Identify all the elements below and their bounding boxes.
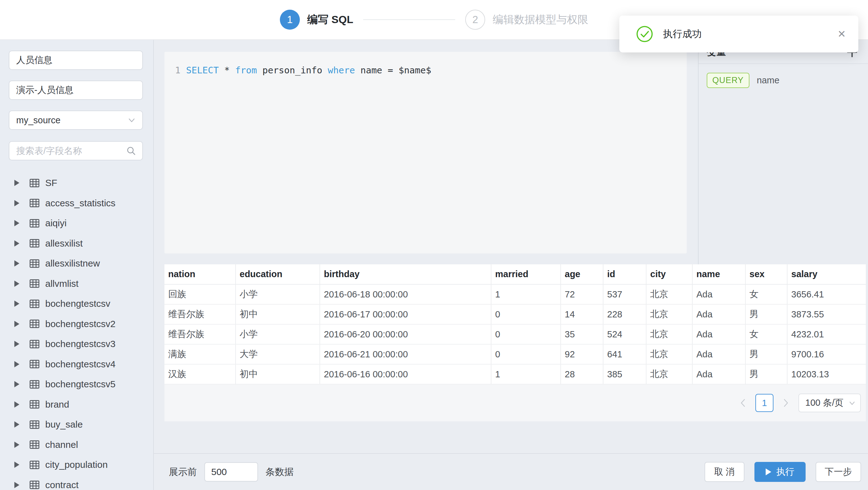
- datasource-select[interactable]: my_source: [9, 111, 143, 130]
- page-size-select[interactable]: 100 条/页: [799, 394, 861, 412]
- tree-item-table[interactable]: access_statistics: [0, 193, 153, 213]
- caret-right-icon[interactable]: [14, 462, 19, 468]
- tree-item-label: bochengtestcsv4: [45, 359, 116, 370]
- chevron-down-icon: [127, 116, 136, 125]
- table-cell: 维吾尔族: [164, 304, 236, 324]
- caret-right-icon[interactable]: [14, 421, 19, 428]
- table-cell: 2016-06-16 00:00:00: [320, 364, 491, 384]
- run-button-label: 执行: [776, 466, 794, 478]
- table-icon: [29, 399, 40, 410]
- dataset-name-input[interactable]: [16, 55, 136, 65]
- sidebar: my_source SF access_statistics: [0, 40, 154, 490]
- tree-item-table[interactable]: allesxilist: [0, 234, 153, 254]
- tree-item-table[interactable]: allesxilistnew: [0, 253, 153, 274]
- datasource-select-value: my_source: [16, 115, 61, 125]
- table-search-input[interactable]: [16, 146, 123, 156]
- row-limit-input[interactable]: [211, 467, 251, 477]
- row-limit-prefix-label: 展示前: [169, 466, 197, 479]
- table-icon: [29, 439, 40, 450]
- column-header: married: [491, 264, 561, 284]
- toast-message: 执行成功: [663, 27, 837, 40]
- caret-right-icon[interactable]: [14, 281, 19, 287]
- step-2-edit-model[interactable]: 2 编辑数据模型与权限: [465, 10, 588, 30]
- tree-item-table[interactable]: bochengtestcsv3: [0, 334, 153, 354]
- current-page-button[interactable]: 1: [755, 394, 773, 412]
- table-cell: 男: [745, 344, 787, 364]
- prev-page-button[interactable]: [737, 394, 749, 412]
- table-cell: Ada: [692, 284, 745, 304]
- sql-dataset-wizard: 1 编写 SQL 2 编辑数据模型与权限 my_source: [0, 0, 868, 490]
- tree-item-table[interactable]: bochengtestcsv2: [0, 314, 153, 334]
- results-card: nationeducationbirthdaymarriedageidcityn…: [164, 264, 866, 421]
- step-1-write-sql[interactable]: 1 编写 SQL: [280, 10, 353, 30]
- table-cell: 35: [561, 324, 603, 344]
- table-cell: 14: [561, 304, 603, 324]
- results-table: nationeducationbirthdaymarriedageidcityn…: [164, 264, 866, 385]
- tree-item-table[interactable]: aiqiyi: [0, 213, 153, 234]
- dataset-display-name-input[interactable]: [16, 85, 136, 95]
- sql-token: name = $name$: [355, 65, 431, 75]
- table-cell: 汉族: [164, 364, 236, 384]
- step-2-label: 编辑数据模型与权限: [493, 12, 588, 27]
- tree-item-table[interactable]: city_population: [0, 455, 153, 475]
- caret-right-icon[interactable]: [14, 401, 19, 408]
- table-icon: [29, 479, 40, 490]
- spacer: [154, 421, 868, 453]
- tree-item-label: contract: [45, 480, 79, 490]
- next-step-button[interactable]: 下一步: [815, 462, 861, 482]
- caret-right-icon[interactable]: [14, 341, 19, 347]
- table-cell: 初中: [236, 304, 320, 324]
- results-header-row: nationeducationbirthdaymarriedageidcityn…: [164, 264, 866, 284]
- table-cell: 92: [561, 344, 603, 364]
- tree-item-table[interactable]: SF: [0, 173, 153, 193]
- tree-item-table[interactable]: brand: [0, 395, 153, 415]
- tree-item-table[interactable]: buy_sale: [0, 415, 153, 435]
- step-1-label: 编写 SQL: [307, 12, 353, 27]
- tree-item-table[interactable]: bochengtestcsv5: [0, 374, 153, 395]
- variable-name: name: [757, 75, 780, 86]
- caret-right-icon[interactable]: [14, 482, 19, 488]
- caret-right-icon[interactable]: [14, 441, 19, 448]
- results-body: 回族小学2016-06-18 00:00:00172537北京Ada女3656.…: [164, 284, 866, 384]
- tree-item-table[interactable]: bochengtestcsv: [0, 294, 153, 314]
- sql-editor[interactable]: 1 SELECT * from person_info where name =…: [164, 52, 687, 253]
- table-cell: 满族: [164, 344, 236, 364]
- variable-item[interactable]: QUERY name: [707, 73, 860, 88]
- toast-close-icon[interactable]: ✕: [837, 28, 846, 40]
- table-cell: 3656.41: [787, 284, 866, 304]
- dataset-display-name-field[interactable]: [9, 81, 143, 100]
- table-cell: 2016-06-21 00:00:00: [320, 344, 491, 364]
- table-search-field[interactable]: [9, 141, 143, 160]
- caret-right-icon[interactable]: [14, 301, 19, 307]
- tree-item-table[interactable]: allvmlist: [0, 274, 153, 294]
- table-cell: 小学: [236, 284, 320, 304]
- table-icon: [29, 378, 40, 390]
- bottom-bar: 展示前 条数据 取 消 执行 下一步: [154, 453, 868, 490]
- row-limit-field[interactable]: [204, 462, 258, 482]
- tree-item-label: allesxilistnew: [45, 258, 100, 269]
- tree-item-label: bochengtestcsv5: [45, 379, 116, 390]
- caret-right-icon[interactable]: [14, 361, 19, 367]
- caret-right-icon[interactable]: [14, 321, 19, 327]
- table-cell: 女: [745, 324, 787, 344]
- table-tree: SF access_statistics aiqiyi allesxilist …: [0, 173, 153, 490]
- table-cell: 2016-06-17 00:00:00: [320, 304, 491, 324]
- success-toast: 执行成功 ✕: [619, 16, 858, 53]
- caret-right-icon[interactable]: [14, 200, 19, 206]
- caret-right-icon[interactable]: [14, 381, 19, 387]
- dataset-name-field[interactable]: [9, 51, 143, 70]
- table-icon: [29, 238, 40, 249]
- cancel-button[interactable]: 取 消: [705, 462, 744, 482]
- page-body: my_source SF access_statistics: [0, 40, 868, 490]
- next-page-button[interactable]: [780, 394, 792, 412]
- tree-item-table[interactable]: channel: [0, 435, 153, 455]
- column-header: nation: [164, 264, 236, 284]
- caret-right-icon[interactable]: [14, 180, 19, 186]
- tree-item-table[interactable]: bochengtestcsv4: [0, 354, 153, 374]
- run-button[interactable]: 执行: [754, 462, 806, 482]
- caret-right-icon[interactable]: [14, 260, 19, 267]
- table-cell: 北京: [646, 284, 692, 304]
- caret-right-icon[interactable]: [14, 220, 19, 226]
- caret-right-icon[interactable]: [14, 240, 19, 247]
- tree-item-table[interactable]: contract: [0, 475, 153, 490]
